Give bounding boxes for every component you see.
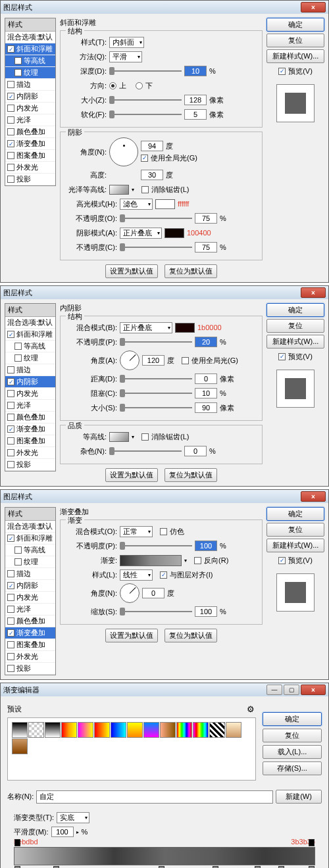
blend-options[interactable]: 混合选项:默认 <box>5 521 55 533</box>
close-button[interactable]: × <box>301 287 326 298</box>
shadow-color[interactable] <box>175 323 195 333</box>
highlight-color[interactable] <box>155 199 175 209</box>
style-outer-glow[interactable]: 外发光 <box>5 447 55 459</box>
reverse-checkbox[interactable] <box>194 557 201 564</box>
cancel-button[interactable]: 复位 <box>263 729 322 742</box>
distance-slider[interactable] <box>120 374 192 383</box>
gradient-strip[interactable] <box>14 847 315 865</box>
style-stroke[interactable]: 描边 <box>5 79 55 91</box>
preset-swatch[interactable] <box>160 722 176 738</box>
opacity-slider[interactable] <box>120 541 192 550</box>
preset-swatch[interactable] <box>12 738 28 754</box>
checkbox[interactable] <box>7 116 14 124</box>
checkbox[interactable] <box>7 449 14 456</box>
reset-default-button[interactable]: 复位为默认值 <box>164 264 217 278</box>
checkbox[interactable] <box>7 570 14 577</box>
set-default-button[interactable]: 设置为默认值 <box>105 629 158 642</box>
opacity-stop[interactable] <box>14 839 20 846</box>
checkbox[interactable] <box>14 354 22 362</box>
style-dropdown[interactable]: 内斜面 <box>109 37 144 48</box>
preview-checkbox[interactable] <box>278 353 286 360</box>
altitude-input[interactable]: 30 <box>141 170 163 180</box>
reset-default-button[interactable]: 复位为默认值 <box>164 629 217 642</box>
gloss-contour[interactable] <box>109 185 129 195</box>
distance-input[interactable]: 0 <box>195 374 217 384</box>
size-slider[interactable] <box>109 95 182 105</box>
checkbox[interactable] <box>14 57 22 64</box>
style-pattern-overlay[interactable]: 图案叠加 <box>5 150 55 162</box>
soften-input[interactable]: 5 <box>184 109 207 120</box>
style-inner-shadow[interactable]: 内阴影 <box>5 91 55 103</box>
style-texture[interactable]: 纹理 <box>5 556 55 568</box>
style-color-overlay[interactable]: 颜色叠加 <box>5 412 55 423</box>
style-satin[interactable]: 光泽 <box>5 400 55 412</box>
gear-icon[interactable]: ⚙ <box>245 704 256 714</box>
set-default-button[interactable]: 设置为默认值 <box>105 264 158 278</box>
checkbox[interactable] <box>7 105 14 112</box>
ok-button[interactable]: 确定 <box>263 712 322 726</box>
preview-checkbox[interactable] <box>278 68 286 75</box>
style-inner-shadow[interactable]: 内阴影 <box>5 580 55 592</box>
style-drop-shadow[interactable]: 投影 <box>5 459 55 471</box>
hl-opacity-input[interactable]: 75 <box>195 213 217 224</box>
antialias-checkbox[interactable] <box>141 186 149 193</box>
style-satin[interactable]: 光泽 <box>5 604 55 615</box>
preset-swatch[interactable] <box>111 722 126 738</box>
size-slider[interactable] <box>120 403 192 412</box>
checkbox[interactable] <box>7 414 14 421</box>
reset-default-button[interactable]: 复位为默认值 <box>164 468 217 482</box>
checkbox[interactable] <box>7 378 14 385</box>
titlebar[interactable]: 图层样式 × <box>1 490 328 503</box>
style-outer-glow[interactable]: 外发光 <box>5 651 55 663</box>
sh-opacity-input[interactable]: 75 <box>195 242 217 253</box>
align-checkbox[interactable] <box>160 571 167 579</box>
gradient-picker[interactable] <box>120 555 182 566</box>
ok-button[interactable]: 确定 <box>266 18 324 32</box>
soften-slider[interactable] <box>109 110 182 119</box>
grad-style-dropdown[interactable]: 线性 <box>120 569 153 581</box>
size-input[interactable]: 128 <box>184 95 207 105</box>
checkbox[interactable] <box>7 653 14 660</box>
new-style-button[interactable]: 新建样式(W)... <box>266 49 324 63</box>
checkbox[interactable] <box>7 93 14 100</box>
angle-dial[interactable] <box>120 350 139 370</box>
opacity-slider[interactable] <box>120 337 192 347</box>
checkbox[interactable] <box>7 437 14 445</box>
choke-input[interactable]: 10 <box>195 388 217 398</box>
checkbox[interactable] <box>7 152 14 159</box>
style-stroke[interactable]: 描边 <box>5 568 55 580</box>
size-input[interactable]: 90 <box>195 402 217 413</box>
preset-swatch[interactable] <box>94 722 110 738</box>
style-satin[interactable]: 光泽 <box>5 114 55 126</box>
contour-picker[interactable] <box>109 432 129 442</box>
blend-mode-dropdown[interactable]: 正片叠底 <box>120 322 172 333</box>
checkbox[interactable] <box>7 164 14 171</box>
checkbox[interactable] <box>7 629 14 637</box>
cancel-button[interactable]: 复位 <box>266 319 324 333</box>
checkbox[interactable] <box>7 606 14 613</box>
checkbox[interactable] <box>7 617 14 625</box>
shadow-mode-dropdown[interactable]: 正片叠底 <box>120 228 162 239</box>
style-bevel[interactable]: 斜面和浮雕 <box>5 533 55 544</box>
opacity-input[interactable]: 20 <box>195 337 217 347</box>
dir-down-radio[interactable] <box>136 82 143 89</box>
maximize-button[interactable]: ▢ <box>284 685 299 695</box>
global-light-checkbox[interactable] <box>182 357 189 364</box>
noise-input[interactable]: 0 <box>184 446 207 456</box>
opacity-stop[interactable] <box>309 839 315 846</box>
style-drop-shadow[interactable]: 投影 <box>5 663 55 675</box>
preset-swatch[interactable] <box>127 722 143 738</box>
new-style-button[interactable]: 新建样式(W)... <box>266 539 324 552</box>
checkbox[interactable] <box>14 343 22 350</box>
preset-swatch[interactable] <box>28 722 44 738</box>
dir-up-radio[interactable] <box>109 82 116 89</box>
sh-opacity-slider[interactable] <box>120 243 192 252</box>
checkbox[interactable] <box>14 546 22 554</box>
noise-slider[interactable] <box>109 446 182 456</box>
load-button[interactable]: 载入(L)... <box>263 745 322 759</box>
style-contour[interactable]: 等高线 <box>5 341 55 352</box>
checkbox[interactable] <box>7 594 14 601</box>
highlight-mode-dropdown[interactable]: 滤色 <box>120 199 153 210</box>
dither-checkbox[interactable] <box>160 528 167 535</box>
checkbox[interactable] <box>7 176 14 183</box>
